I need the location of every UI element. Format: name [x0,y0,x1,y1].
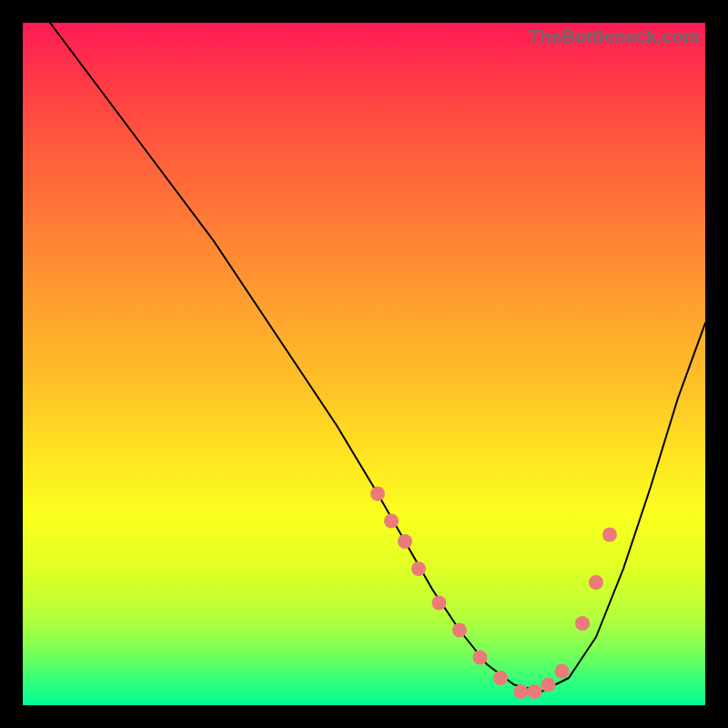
chart-frame: TheBottleneck.com [23,23,705,705]
plot-area: TheBottleneck.com [23,23,705,705]
watermark-label: TheBottleneck.com [529,26,700,47]
heatmap-background [23,23,705,705]
